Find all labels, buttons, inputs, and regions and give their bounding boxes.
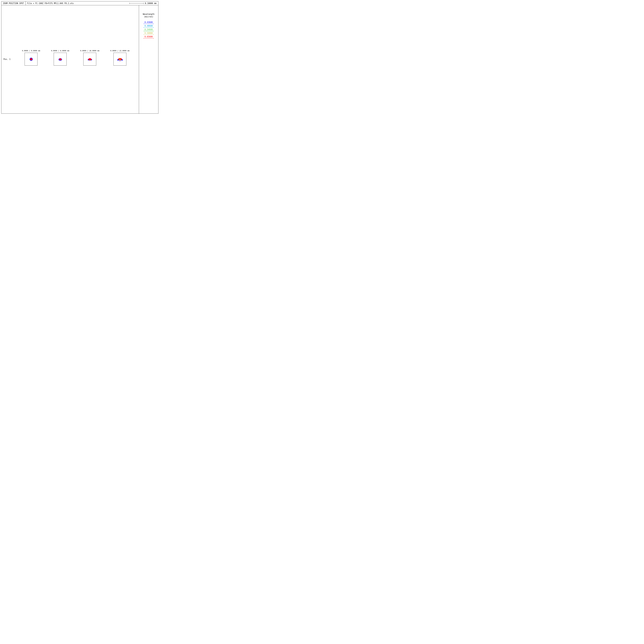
- svg-point-2: [30, 58, 32, 60]
- legend-item: 0.48600: [140, 25, 157, 28]
- legend-item: 0.58800: [140, 32, 157, 35]
- legend-panel: Wavelength (micron) 0.43600 0.48600 0.54…: [139, 5, 158, 113]
- scale-bar: 0.10000 mm: [129, 2, 158, 5]
- legend-value: 0.58800: [140, 32, 157, 35]
- legend-title-line2: (micron): [144, 16, 153, 18]
- spot-box: [54, 53, 67, 66]
- legend-title-line1: Wavelength: [143, 13, 154, 15]
- scale-label: 0.10000 mm: [145, 2, 156, 5]
- legend-item: 0.65600: [140, 36, 157, 38]
- spot-box: [113, 53, 126, 66]
- legend-value: 0.54600: [140, 28, 157, 31]
- svg-rect-10: [89, 60, 90, 60]
- spot-plot-0: [25, 53, 38, 66]
- svg-rect-25: [120, 61, 120, 61]
- scale-tick-left: [129, 3, 130, 4]
- spot-diagram-window: ZOOM POSITION SPOT File = FC-100Z F8+FCF…: [1, 1, 158, 114]
- file-label: File = FC-100Z F8+FCFS MFL1.04X F8.2.otx: [26, 2, 129, 5]
- spot-cell: 0.0000 / 8.0000 mm: [51, 50, 69, 66]
- legend-value: 0.65600: [140, 36, 157, 38]
- spot-plot-2: [83, 53, 96, 66]
- window-title: ZOOM POSITION SPOT: [1, 1, 26, 5]
- legend-title: Wavelength (micron): [140, 13, 157, 18]
- legend-swatch: [143, 31, 154, 31]
- legend-swatch: [143, 27, 154, 28]
- spot-cell: 0.0000 / 0.0000 mm: [22, 50, 40, 66]
- position-label: Pos. 1: [3, 58, 10, 60]
- body-area: Pos. 1 0.0000 / 0.0000 mm 0.0000 / 8.000…: [1, 5, 158, 113]
- spot-box: [25, 53, 37, 66]
- spot-field-label: 0.0000 / 8.0000 mm: [51, 50, 69, 52]
- spot-cell: 0.0000 / 16.0000 mm: [80, 50, 99, 66]
- scale-tick-right: [143, 3, 144, 4]
- spot-field-label: 0.0000 / 22.0000 mm: [110, 50, 130, 52]
- main-panel: Pos. 1 0.0000 / 0.0000 mm 0.0000 / 8.000…: [1, 5, 139, 113]
- header-bar: ZOOM POSITION SPOT File = FC-100Z F8+FCF…: [1, 1, 158, 5]
- legend-value: 0.43600: [140, 21, 157, 24]
- svg-point-5: [59, 58, 61, 60]
- spot-plot-3: [114, 53, 126, 66]
- legend-value: 0.48600: [140, 25, 157, 27]
- spot-box: [83, 53, 96, 66]
- legend-swatch: [143, 38, 154, 38]
- legend-item: 0.43600: [140, 21, 157, 24]
- spot-field-label: 0.0000 / 16.0000 mm: [80, 50, 99, 52]
- spot-field-label: 0.0000 / 0.0000 mm: [22, 50, 40, 52]
- svg-rect-11: [90, 60, 90, 60]
- spot-cell: 0.0000 / 22.0000 mm: [110, 50, 130, 66]
- svg-point-9: [88, 58, 91, 60]
- spot-plot-1: [54, 53, 67, 66]
- spot-grid: 0.0000 / 0.0000 mm 0.0000 / 8.0000 mm: [22, 50, 129, 66]
- legend-items: 0.43600 0.48600 0.54600 0.58800 0.65600: [140, 21, 157, 38]
- legend-item: 0.54600: [140, 28, 157, 31]
- legend-swatch: [143, 24, 154, 24]
